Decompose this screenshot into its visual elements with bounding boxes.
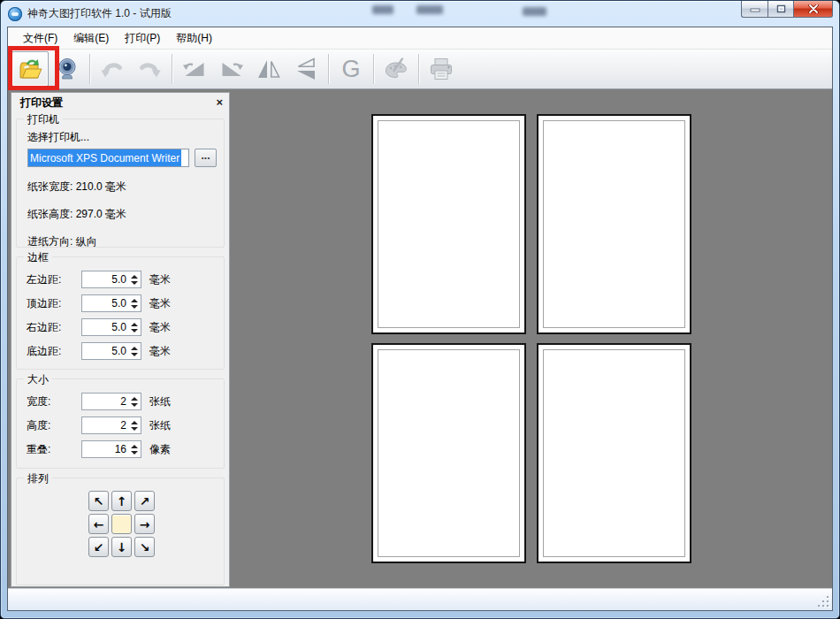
spin-down-icon[interactable] [131, 281, 138, 285]
spin-down-icon[interactable] [131, 427, 138, 431]
left-margin-spinner[interactable] [81, 271, 141, 288]
window-controls [741, 1, 833, 18]
resize-grip[interactable] [818, 596, 830, 608]
align-top-right-button[interactable]: ↗ [134, 491, 155, 511]
maximize-button[interactable] [767, 1, 794, 18]
border-group: 边框 左边距: 毫米 顶边距: [16, 256, 225, 370]
palette-button[interactable] [378, 51, 415, 87]
size-group-label: 大小 [24, 372, 52, 387]
redo-button[interactable] [131, 51, 168, 87]
width-spinner[interactable] [81, 393, 141, 410]
flip-vertical-icon [293, 56, 319, 82]
left-margin-label: 左边距: [27, 272, 81, 287]
bottom-margin-spinner[interactable] [81, 342, 141, 360]
page-margin [378, 349, 520, 557]
width-input[interactable] [82, 394, 128, 409]
preview-canvas: 打印设置 × 打印机 选择打印机... Microsoft XPS Docume… [8, 89, 832, 588]
align-bottom-button[interactable]: ↓ [111, 537, 132, 557]
spin-up-icon[interactable] [131, 347, 138, 350]
page-preview-2 [537, 114, 691, 334]
toolbar-separator [373, 54, 374, 84]
panel-title: 打印设置 [20, 96, 63, 111]
select-printer-label: 选择打印机... [27, 130, 220, 145]
flip-vertical-button[interactable] [287, 51, 325, 87]
align-center-button[interactable] [111, 514, 132, 534]
overlap-input[interactable] [82, 441, 128, 457]
toolbar-separator [418, 54, 419, 84]
panel-close-icon[interactable]: × [216, 97, 223, 108]
align-bottom-left-button[interactable]: ↙ [88, 537, 109, 557]
flip-horizontal-button[interactable] [250, 51, 287, 87]
menubar: 文件(F) 编辑(E) 打印(P) 帮助(H) [8, 27, 832, 50]
overlap-unit: 像素 [149, 442, 171, 457]
spin-up-icon[interactable] [131, 445, 138, 448]
spin-down-icon[interactable] [131, 305, 138, 309]
arrange-group: 排列 ↖ ↑ ↗ ← → ↙ ↓ ↘ [16, 478, 225, 585]
top-margin-label: 顶边距: [27, 296, 81, 311]
align-right-button[interactable]: → [134, 514, 155, 534]
print-settings-panel: 打印设置 × 打印机 选择打印机... Microsoft XPS Docume… [11, 92, 230, 587]
height-spinner[interactable] [81, 416, 141, 434]
close-button[interactable] [794, 1, 833, 18]
paper-width-info: 纸张宽度: 210.0 毫米 [27, 180, 220, 195]
pages-area [230, 89, 832, 588]
app-window: 神奇大图打印软件 1.0 - 试用版 文件(F) 编辑(E) 打印(P) 帮助(… [0, 0, 840, 619]
spin-down-icon[interactable] [131, 353, 138, 356]
feed-direction-info: 进纸方向: 纵向 [27, 234, 220, 249]
grayscale-button[interactable]: G [332, 51, 370, 87]
right-margin-input[interactable] [82, 319, 128, 335]
right-margin-label: 右边距: [27, 320, 81, 335]
right-margin-unit: 毫米 [149, 320, 171, 335]
border-group-label: 边框 [24, 250, 52, 265]
height-input[interactable] [82, 417, 128, 433]
size-group: 大小 宽度: 张纸 高度: [16, 378, 225, 469]
arrange-grid: ↖ ↑ ↗ ← → ↙ ↓ ↘ [88, 491, 220, 557]
maximize-icon [776, 4, 786, 13]
top-margin-spinner[interactable] [81, 294, 141, 312]
width-label: 宽度: [27, 394, 81, 409]
spin-down-icon[interactable] [131, 451, 138, 455]
rotate-right-button[interactable] [213, 51, 250, 87]
spin-up-icon[interactable] [131, 421, 138, 424]
spin-down-icon[interactable] [131, 329, 138, 332]
titlebar: 神奇大图打印软件 1.0 - 试用版 [1, 1, 839, 27]
palette-icon [383, 56, 409, 82]
printer-name-field[interactable]: Microsoft XPS Document Writer [27, 149, 189, 167]
minimize-button[interactable] [741, 1, 767, 18]
align-left-button[interactable]: ← [88, 514, 109, 534]
top-margin-input[interactable] [82, 295, 128, 311]
menu-help[interactable]: 帮助(H) [168, 27, 220, 50]
flip-horizontal-icon [256, 56, 282, 82]
top-margin-unit: 毫米 [149, 296, 171, 311]
spin-up-icon[interactable] [131, 299, 138, 302]
rotate-left-icon [181, 56, 208, 82]
left-margin-unit: 毫米 [149, 272, 171, 287]
titlebar-artifact [523, 7, 546, 16]
overlap-spinner[interactable] [81, 440, 141, 458]
spin-up-icon[interactable] [131, 397, 138, 401]
menu-print[interactable]: 打印(P) [117, 27, 168, 50]
undo-button[interactable] [94, 51, 131, 87]
spin-up-icon[interactable] [131, 275, 138, 279]
client-area: 文件(F) 编辑(E) 打印(P) 帮助(H) [7, 27, 833, 611]
bottom-margin-input[interactable] [82, 343, 128, 359]
align-top-left-button[interactable]: ↖ [88, 491, 109, 511]
toolbar-separator [89, 54, 90, 84]
align-top-button[interactable]: ↑ [111, 491, 132, 511]
print-button[interactable] [423, 51, 460, 87]
rotate-right-icon [218, 56, 245, 82]
page-margin [543, 120, 685, 328]
align-bottom-right-button[interactable]: ↘ [134, 537, 155, 557]
minimize-icon [750, 5, 760, 13]
spin-down-icon[interactable] [131, 403, 138, 407]
grayscale-icon: G [341, 57, 360, 81]
right-margin-spinner[interactable] [81, 318, 141, 336]
rotate-left-button[interactable] [176, 51, 213, 87]
bottom-margin-unit: 毫米 [149, 344, 171, 359]
page-preview-3 [371, 343, 526, 563]
menu-edit[interactable]: 编辑(E) [65, 27, 117, 50]
overlap-label: 重叠: [27, 442, 81, 457]
left-margin-input[interactable] [82, 271, 128, 287]
browse-printer-button[interactable]: ... [195, 149, 217, 167]
spin-up-icon[interactable] [131, 323, 138, 326]
